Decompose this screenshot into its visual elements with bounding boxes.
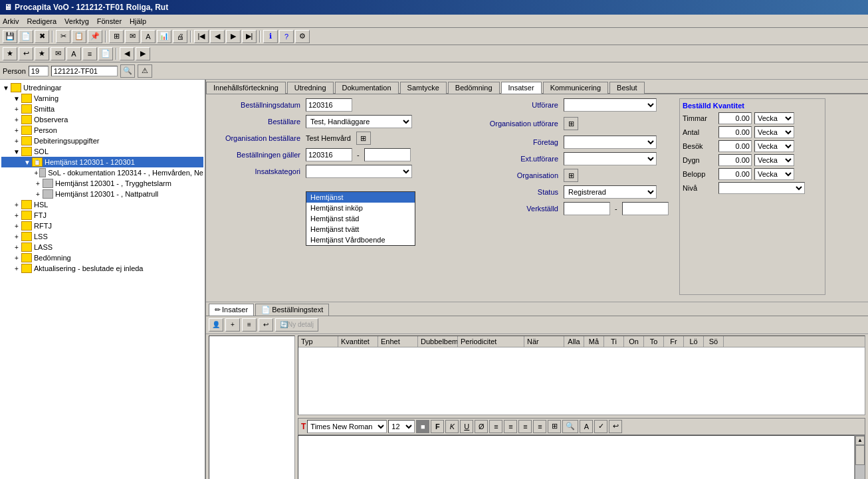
delete-btn[interactable]: ✖ — [35, 30, 49, 43]
italic-btn[interactable]: K — [445, 420, 459, 433]
tree-toggle[interactable]: + — [33, 191, 43, 198]
spell-btn[interactable]: A — [580, 420, 593, 433]
tree-toggle[interactable]: + — [33, 180, 43, 187]
subtab-bestallningstext[interactable]: 📄 Beställningstext — [255, 304, 329, 316]
tree-hemtjanst-main[interactable]: ▼ 📋 Hemtjänst 120301 - 120301 — [1, 157, 203, 167]
tree-toggle[interactable]: + — [12, 116, 21, 124]
strikethrough-btn[interactable]: Ø — [475, 420, 488, 433]
tree-toggle[interactable]: + — [12, 212, 21, 219]
bk-antal-input[interactable] — [718, 126, 752, 138]
tree-lass[interactable]: + LASS — [1, 242, 203, 252]
text-scrollbar[interactable]: ▲ ▼ — [855, 435, 865, 480]
organisation-btn[interactable]: ⊞ — [564, 169, 578, 182]
tab-insatser[interactable]: Insatser — [501, 82, 542, 94]
nav-prev[interactable]: ◀ — [210, 30, 225, 43]
tab-bedomning[interactable]: Bedömning — [448, 82, 500, 94]
underline-btn[interactable]: U — [460, 420, 473, 433]
table-btn[interactable]: ⊞ — [548, 420, 561, 433]
tab-beslut[interactable]: Beslut — [609, 82, 645, 94]
tree-ftj[interactable]: + FTJ — [1, 210, 203, 221]
status-select[interactable]: Registrerad — [564, 185, 657, 199]
find-btn[interactable]: 🔍 — [562, 420, 578, 433]
insatskategori-select[interactable] — [306, 165, 412, 178]
bk-belopp-select[interactable]: Vecka — [754, 168, 794, 180]
bestallningen-to-input[interactable] — [364, 148, 411, 161]
bk-niva-select[interactable] — [718, 182, 805, 194]
tree-toggle[interactable]: ▼ — [12, 95, 21, 102]
bk-timmar-select[interactable]: Vecka — [754, 112, 794, 124]
tab-samtycke[interactable]: Samtycke — [400, 82, 447, 94]
tree-lss[interactable]: + LSS — [1, 231, 203, 242]
tb2-nav1[interactable]: ◀ — [120, 47, 134, 60]
tree-toggle[interactable]: + — [12, 265, 21, 272]
bestallningen-from-input[interactable] — [306, 148, 352, 161]
nav-next[interactable]: ▶ — [226, 30, 241, 43]
bk-besok-input[interactable] — [718, 140, 752, 152]
bk-antal-select[interactable]: Vecka — [754, 126, 794, 138]
menu-redigera[interactable]: Redigera — [27, 17, 56, 25]
nav-last[interactable]: ▶| — [242, 30, 257, 43]
dropdown-item-hemtjanst[interactable]: Hemtjänst — [306, 192, 415, 203]
menu-verktyg[interactable]: Verktyg — [64, 17, 89, 25]
foretag-select[interactable] — [564, 136, 657, 149]
tree-rftj[interactable]: + RFTJ — [1, 221, 203, 231]
undo-btn[interactable]: ↩ — [609, 420, 622, 433]
tree-aktualisering[interactable]: + Aktualisering - beslutade ej inleda — [1, 263, 203, 274]
action-btn3[interactable]: ≡ — [242, 318, 257, 332]
ny-detalj-btn[interactable]: 🔄 Ny detalj — [275, 318, 318, 332]
person-search-btn[interactable]: 🔍 — [120, 64, 135, 78]
tree-trygghetslarm[interactable]: + Hemtjänst 120301 - , Trygghetslarm — [1, 178, 203, 189]
tree-toggle[interactable]: + — [12, 127, 21, 134]
bk-dygn-input[interactable] — [718, 154, 752, 166]
tab-dokumentation[interactable]: Dokumentation — [335, 82, 399, 94]
tree-smitta[interactable]: + Smitta — [1, 104, 203, 114]
tab-utredning[interactable]: Utredning — [287, 82, 334, 94]
bk-belopp-input[interactable] — [718, 168, 752, 180]
tb2-2[interactable]: ↩ — [19, 47, 33, 60]
tree-toggle[interactable]: + — [12, 138, 21, 145]
tree-toggle[interactable]: ▼ — [1, 84, 11, 92]
tb2-1[interactable]: ★ — [3, 47, 17, 60]
info-btn[interactable]: ℹ — [263, 30, 278, 43]
action-btn2[interactable]: + — [225, 318, 240, 332]
tree-varning[interactable]: ▼ Varning — [1, 93, 203, 104]
tb4[interactable]: ✉ — [125, 30, 140, 43]
verktalld-from-input[interactable] — [564, 202, 610, 215]
copy-btn[interactable]: 📋 — [72, 30, 86, 43]
list-btn[interactable]: ≡ — [533, 420, 546, 433]
ext-utforare-select[interactable] — [564, 152, 657, 165]
bk-besok-select[interactable]: Vecka — [754, 140, 794, 152]
tree-hsl[interactable]: + HSL — [1, 199, 203, 210]
paste-btn[interactable]: 📌 — [88, 30, 102, 43]
tb2-nav2[interactable]: ▶ — [136, 47, 150, 60]
tree-toggle[interactable]: + — [12, 244, 21, 251]
tree-observera[interactable]: + Observera — [1, 114, 203, 125]
tree-bedomning[interactable]: + Bedömning — [1, 252, 203, 263]
check-btn[interactable]: ✓ — [594, 420, 607, 433]
tab-innehall[interactable]: Innehållsförteckning — [206, 82, 286, 94]
dropdown-item-stad[interactable]: Hemtjänst städ — [306, 213, 415, 224]
new-btn[interactable]: 📄 — [19, 30, 33, 43]
bk-timmar-input[interactable] — [718, 112, 752, 124]
tb6[interactable]: 📊 — [157, 30, 171, 43]
save-btn[interactable]: 💾 — [3, 30, 17, 43]
scroll-thumb[interactable] — [855, 445, 865, 465]
cut-btn[interactable]: ✂ — [56, 30, 70, 43]
bk-dygn-select[interactable]: Vecka — [754, 154, 794, 166]
tree-toggle[interactable]: + — [33, 169, 39, 177]
align-center-btn[interactable]: ≡ — [504, 420, 517, 433]
tree-debitering[interactable]: + Debiteringsuppgifter — [1, 136, 203, 146]
tb2-4[interactable]: ✉ — [51, 47, 65, 60]
menu-hjalp[interactable]: Hjälp — [130, 17, 146, 25]
align-right-btn[interactable]: ≡ — [518, 420, 532, 433]
person-number-input[interactable] — [51, 66, 118, 76]
scroll-up-btn[interactable]: ▲ — [855, 436, 865, 445]
align-left-btn[interactable]: ≡ — [489, 420, 502, 433]
tree-toggle[interactable]: + — [12, 233, 21, 240]
tree-toggle[interactable]: ▼ — [12, 148, 21, 155]
tb7[interactable]: 🖨 — [173, 30, 187, 43]
dropdown-item-tvatt[interactable]: Hemtjänst tvätt — [306, 224, 415, 235]
dropdown-item-vardboende[interactable]: Hemtjänst Vårdboende — [306, 235, 415, 245]
organisation-bestallare-btn[interactable]: ⊞ — [356, 132, 371, 145]
tree-sol-doc[interactable]: + SoL - dokumentation 120314 - , Hemvård… — [1, 167, 203, 178]
